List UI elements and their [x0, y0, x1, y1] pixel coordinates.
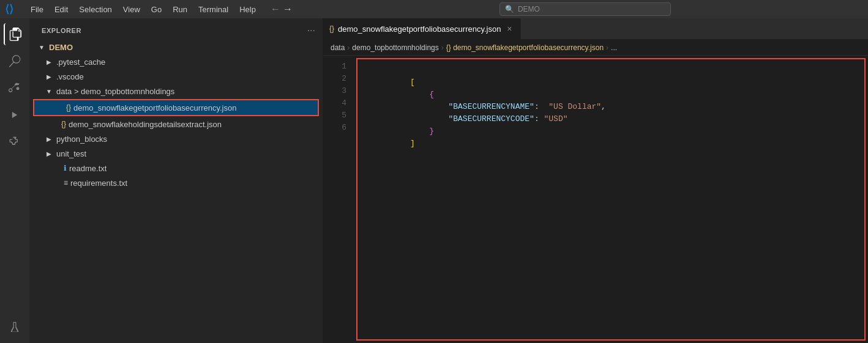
sidebar-more-actions[interactable]: ···: [307, 25, 315, 36]
search-icon: 🔍: [505, 5, 514, 13]
breadcrumb: data › demo_topbottomnholdings › {} demo…: [323, 40, 868, 56]
breadcrumb-data[interactable]: data: [331, 43, 345, 52]
tree-arrow-unit-test: ▶: [44, 150, 54, 157]
menu-selection[interactable]: Selection: [74, 4, 116, 15]
forward-arrow-icon[interactable]: →: [283, 4, 293, 15]
tree-label-data: data > demo_topbottomnholdings: [56, 87, 174, 96]
selected-file-highlight: {} demo_snowflakegetportfoliobasecurrenc…: [33, 99, 319, 116]
vscode-logo-icon: ⟨⟩: [5, 2, 13, 16]
tree-item-readme[interactable]: ℹ readme.txt: [29, 161, 323, 175]
tree-label-pytest: .pytest_cache: [56, 57, 105, 67]
line-numbers: 1 2 3 4 5 6: [323, 56, 354, 343]
sidebar: EXPLORER ··· ▼ DEMO ▶ .pytest_cache ▶: [29, 18, 323, 343]
bracket-close: ]: [410, 139, 415, 148]
tree-label-requirements: requirements.txt: [70, 179, 127, 188]
indent-3: [410, 102, 448, 111]
tree-label-demo: DEMO: [49, 43, 73, 52]
comma-3: ,: [601, 102, 606, 111]
tree-label-python: python_blocks: [56, 135, 107, 144]
tree-item-data-folder[interactable]: ▼ data > demo_topbottomnholdings: [29, 84, 323, 98]
info-icon-readme: ℹ: [64, 164, 67, 172]
tree-item-pytest[interactable]: ▶ .pytest_cache: [29, 54, 323, 69]
sidebar-actions: ···: [307, 25, 315, 36]
tab-close-button[interactable]: ×: [504, 24, 514, 34]
json-icon-main: {}: [66, 103, 71, 112]
req-icon-requirements: ≡: [64, 179, 68, 187]
tree-arrow-demo: ▼: [37, 44, 47, 51]
source-control-activity-icon[interactable]: [4, 77, 26, 99]
indent-4: [410, 114, 448, 124]
code-line-6: ]: [362, 125, 864, 138]
colon-4: :: [534, 114, 544, 124]
breadcrumb-json-file[interactable]: {} demo_snowflakegetportfoliobasecurrenc…: [446, 43, 604, 52]
tree-label-main-json: demo_snowflakegetportfoliobasecurrency.j…: [73, 103, 236, 112]
tree-item-demo-root[interactable]: ▼ DEMO: [29, 40, 323, 54]
tree-item-unit-test[interactable]: ▶ unit_test: [29, 146, 323, 161]
menu-help[interactable]: Help: [234, 4, 261, 15]
tree-item-python-blocks[interactable]: ▶ python_blocks: [29, 131, 323, 146]
tree-item-main-json[interactable]: {} demo_snowflakegetportfoliobasecurrenc…: [34, 100, 318, 115]
activity-bar-bottom: [4, 316, 26, 338]
tree-arrow-pytest: ▶: [44, 59, 54, 65]
menu-view[interactable]: View: [118, 4, 145, 15]
sidebar-title: EXPLORER: [42, 27, 81, 34]
line-num-3: 3: [323, 85, 354, 97]
brace-close: }: [410, 127, 434, 136]
line-num-4: 4: [323, 97, 354, 109]
menu-edit[interactable]: Edit: [50, 4, 73, 15]
breadcrumb-sep-2: ›: [441, 43, 444, 52]
code-line-1: [: [362, 64, 864, 76]
brace-open: {: [410, 90, 434, 99]
code-content[interactable]: [ { "BASECURRENCYNAME": "US Dollar", "BA…: [356, 58, 866, 341]
menu-terminal[interactable]: Terminal: [193, 4, 233, 15]
json-icon-holdings: {}: [61, 120, 66, 128]
back-arrow-icon[interactable]: ←: [271, 4, 280, 15]
line-num-2: 2: [323, 73, 354, 85]
search-label: DEMO: [518, 5, 540, 13]
search-activity-icon[interactable]: [4, 50, 26, 72]
tab-bar: {} demo_snowflakegetportfoliobasecurrenc…: [323, 18, 868, 40]
run-debug-activity-icon[interactable]: [4, 104, 26, 126]
explorer-activity-icon[interactable]: [4, 23, 26, 45]
tree-arrow-data: ▼: [44, 88, 54, 95]
tree-label-vscode: .vscode: [56, 72, 84, 81]
code-line-3: "BASECURRENCYNAME": "US Dollar",: [362, 89, 864, 101]
extensions-activity-icon[interactable]: [4, 131, 26, 153]
tree-item-holdings-json[interactable]: {} demo_snowflakeholdingsdetailsextract.…: [29, 117, 323, 131]
val-usdollar: "US Dollar": [548, 102, 601, 111]
code-editor: 1 2 3 4 5 6 [ { "BASECURRENCYNAME": "US …: [323, 56, 868, 343]
tree-arrow-python: ▶: [44, 136, 54, 142]
key-basecurrencyname: "BASECURRENCYNAME": [448, 102, 534, 111]
tab-json-icon: {}: [329, 24, 334, 33]
search-bar[interactable]: 🔍 DEMO: [499, 2, 671, 16]
tree-arrow-vscode: ▶: [44, 73, 54, 80]
line-num-1: 1: [323, 61, 354, 73]
sidebar-header: EXPLORER ···: [29, 18, 323, 40]
bracket-open: [: [410, 78, 415, 87]
editor-tab-main-json[interactable]: {} demo_snowflakegetportfoliobasecurrenc…: [323, 18, 521, 39]
menu-file[interactable]: File: [26, 4, 48, 15]
file-tree: ▼ DEMO ▶ .pytest_cache ▶ .vscode ▼ data …: [29, 40, 323, 343]
navigation-arrows: ← →: [271, 4, 293, 15]
activity-bar: [0, 18, 29, 343]
tab-label: demo_snowflakegetportfoliobasecurrency.j…: [338, 24, 501, 34]
key-basecurrencycode: "BASECURRENCYCODE": [448, 114, 534, 124]
menu-go[interactable]: Go: [146, 4, 166, 15]
val-usd: "USD": [544, 114, 567, 124]
menu-run[interactable]: Run: [168, 4, 192, 15]
breadcrumb-ellipsis[interactable]: ...: [611, 43, 617, 52]
tree-item-vscode[interactable]: ▶ .vscode: [29, 69, 323, 84]
tree-item-requirements[interactable]: ≡ requirements.txt: [29, 175, 323, 190]
tree-label-unit-test: unit_test: [56, 149, 86, 158]
breadcrumb-sep-1: ›: [347, 43, 350, 52]
title-bar: ⟨⟩ File Edit Selection View Go Run Termi…: [0, 0, 868, 18]
flask-activity-icon[interactable]: [4, 316, 26, 338]
editor-area: {} demo_snowflakegetportfoliobasecurrenc…: [323, 18, 868, 343]
line-num-5: 5: [323, 109, 354, 122]
line-num-6: 6: [323, 122, 354, 134]
main-layout: EXPLORER ··· ▼ DEMO ▶ .pytest_cache ▶: [0, 18, 868, 343]
code-line-2: {: [362, 76, 864, 89]
colon-3: :: [534, 102, 548, 111]
breadcrumb-topbottom[interactable]: demo_topbottomnholdings: [352, 43, 438, 52]
breadcrumb-sep-3: ›: [606, 43, 608, 52]
